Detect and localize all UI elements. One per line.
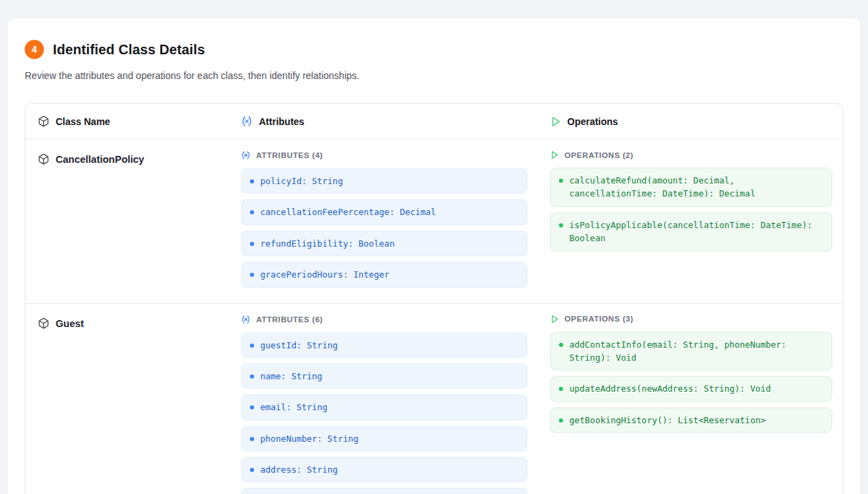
class-name-cell: Guest	[25, 304, 229, 494]
attribute-dot	[250, 405, 254, 409]
attributes-list: policyId: StringcancellationFeePercentag…	[241, 168, 527, 288]
attribute-pill: refundEligibility: Boolean	[241, 231, 527, 256]
attribute-dot	[250, 468, 254, 472]
operation-text: updateAddress(newAddress: String): Void	[569, 382, 771, 395]
attribute-text: phoneNumber: String	[260, 432, 358, 445]
operation-pill: updateAddress(newAddress: String): Void	[550, 376, 832, 401]
variable-icon	[241, 315, 251, 324]
operations-section-label: OPERATIONS (2)	[550, 150, 832, 159]
class-row: Guest ATTRIBUTES (6) guestId: Stringname…	[25, 304, 843, 494]
class-name-cell: CancellationPolicy	[25, 139, 229, 303]
operation-text: isPolicyApplicable(cancellationTime: Dat…	[569, 218, 823, 245]
step-badge: 4	[25, 40, 44, 59]
attributes-label: ATTRIBUTES (6)	[256, 315, 323, 324]
header-attributes-label: Attributes	[259, 116, 304, 127]
attribute-dot	[250, 179, 254, 183]
attribute-text: gracePeriodHours: Integer	[260, 268, 389, 281]
attribute-dot	[250, 374, 254, 379]
attribute-text: policyId: String	[260, 175, 343, 188]
operation-text: addContactInfo(email: String, phoneNumbe…	[569, 338, 823, 365]
table-header-row: Class Name Attributes Operations	[25, 104, 843, 139]
operation-dot	[559, 387, 563, 391]
class-name: Guest	[56, 317, 84, 329]
operation-pill: getBookingHistory(): List<Reservation>	[550, 407, 832, 433]
cube-icon	[38, 317, 49, 329]
cube-icon	[38, 153, 49, 165]
attribute-dot	[250, 273, 254, 277]
attribute-dot	[250, 344, 254, 348]
class-name: CancellationPolicy	[56, 153, 144, 165]
attribute-pill: phoneNumber: String	[241, 426, 527, 451]
header-operations: Operations	[545, 104, 843, 139]
class-table-body: CancellationPolicy ATTRIBUTES (4) policy…	[25, 139, 843, 494]
operations-list: calculateRefund(amount: Decimal, cancell…	[550, 168, 832, 251]
attribute-pill: cancellationFeePercentage: Decimal	[241, 199, 527, 225]
attribute-text: cancellationFeePercentage: Decimal	[260, 205, 436, 218]
operations-list: addContactInfo(email: String, phoneNumbe…	[550, 332, 832, 434]
attribute-text: refundEligibility: Boolean	[260, 237, 395, 250]
attributes-cell: ATTRIBUTES (6) guestId: Stringname: Stri…	[229, 304, 545, 494]
operation-pill: isPolicyApplicable(cancellationTime: Dat…	[550, 212, 832, 251]
attribute-text: name: String	[260, 370, 322, 383]
header-operations-label: Operations	[567, 116, 618, 127]
operation-text: getBookingHistory(): List<Reservation>	[569, 414, 766, 427]
operation-dot	[559, 418, 563, 423]
attribute-pill: guestId: String	[241, 333, 527, 358]
attribute-dot	[250, 437, 254, 441]
attribute-dot	[250, 242, 254, 246]
class-row: CancellationPolicy ATTRIBUTES (4) policy…	[25, 139, 843, 304]
attributes-section-label: ATTRIBUTES (4)	[241, 150, 527, 160]
operation-text: calculateRefund(amount: Decimal, cancell…	[569, 174, 823, 201]
variable-icon	[241, 115, 253, 127]
operation-dot	[559, 223, 563, 227]
operations-cell: OPERATIONS (2) calculateRefund(amount: D…	[545, 139, 843, 303]
card-header: 4 Identified Class Details	[25, 40, 843, 59]
attributes-label: ATTRIBUTES (4)	[256, 151, 323, 159]
operation-pill: calculateRefund(amount: Decimal, cancell…	[550, 168, 832, 207]
variable-icon	[241, 150, 251, 160]
operation-dot	[559, 343, 563, 347]
attribute-dot	[250, 210, 254, 214]
operation-dot	[559, 179, 563, 183]
operation-pill: addContactInfo(email: String, phoneNumbe…	[550, 332, 832, 371]
class-details-card: 4 Identified Class Details Review the at…	[7, 17, 861, 494]
header-attributes: Attributes	[229, 104, 545, 139]
attribute-pill: policyId: String	[241, 168, 527, 194]
operations-label: OPERATIONS (2)	[564, 151, 633, 159]
header-class-name-label: Class Name	[56, 116, 110, 127]
attributes-cell: ATTRIBUTES (4) policyId: Stringcancellat…	[229, 139, 545, 303]
attributes-list: guestId: Stringname: Stringemail: String…	[241, 333, 527, 494]
page-subtitle: Review the attributes and operations for…	[25, 70, 843, 81]
operations-cell: OPERATIONS (3) addContactInfo(email: Str…	[545, 304, 843, 494]
attribute-text: address: String	[260, 463, 338, 476]
attribute-text: guestId: String	[260, 339, 338, 352]
play-icon	[550, 150, 559, 159]
attribute-pill: gracePeriodHours: Integer	[241, 262, 527, 287]
attribute-pill: name: String	[241, 363, 527, 389]
operations-section-label: OPERATIONS (3)	[550, 315, 832, 324]
attribute-pill: bookingHistory: List<Reservation>	[241, 488, 527, 494]
page-title: Identified Class Details	[53, 42, 205, 58]
class-table: Class Name Attributes Operations Cancell…	[25, 103, 843, 494]
header-class-name: Class Name	[25, 104, 229, 139]
play-icon	[550, 116, 561, 127]
attributes-section-label: ATTRIBUTES (6)	[241, 315, 527, 324]
step-number: 4	[32, 44, 37, 55]
cube-icon	[38, 115, 49, 127]
operations-label: OPERATIONS (3)	[564, 315, 633, 323]
attribute-text: email: String	[260, 401, 328, 414]
play-icon	[550, 315, 559, 324]
attribute-pill: email: String	[241, 394, 527, 420]
attribute-pill: address: String	[241, 457, 527, 482]
